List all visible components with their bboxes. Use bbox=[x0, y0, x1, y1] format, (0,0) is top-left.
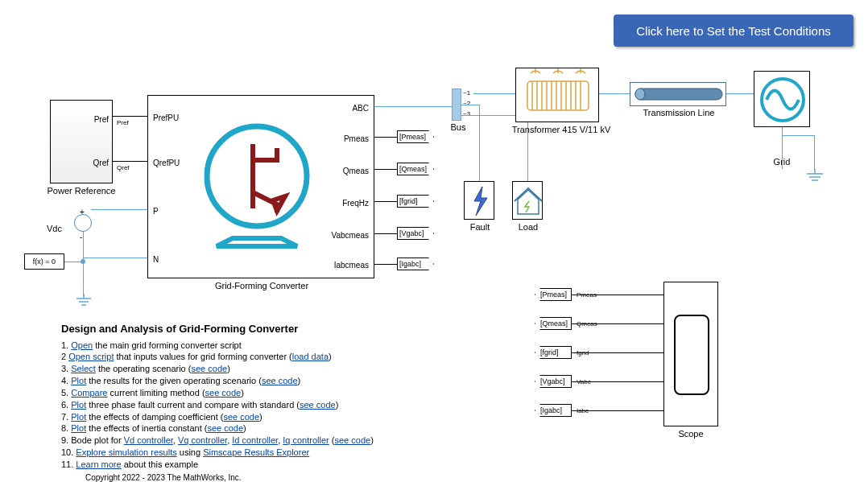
instruction-line-4: 4. Plot the results for the given operat… bbox=[61, 375, 480, 387]
wire bbox=[374, 169, 397, 170]
link-compare[interactable]: Compare bbox=[71, 388, 107, 398]
link-id[interactable]: Id controller bbox=[232, 435, 278, 445]
wire bbox=[374, 264, 397, 265]
goto-vgabc[interactable]: [Vgabc] bbox=[397, 227, 434, 240]
instruction-line-2: 2 Open script that inputs values for gri… bbox=[61, 351, 480, 363]
sine-icon bbox=[754, 72, 811, 128]
link-vd[interactable]: Vd controller bbox=[124, 435, 173, 445]
link-see-code-5[interactable]: see code bbox=[205, 388, 242, 398]
grid-forming-converter-block[interactable]: PrefPU QrefPU P N ABC Pmeas Qmeas FreqHz… bbox=[147, 95, 374, 278]
fault-block[interactable] bbox=[464, 181, 494, 220]
transformer-label: Transformer 415 V/11 kV bbox=[501, 125, 622, 134]
link-see-code-8[interactable]: see code bbox=[207, 423, 243, 433]
load-block[interactable] bbox=[512, 181, 543, 220]
set-test-conditions-banner[interactable]: Click here to Set the Test Conditions bbox=[614, 14, 854, 47]
goto-qmeas[interactable]: [Qmeas] bbox=[397, 163, 434, 175]
from-qmeas[interactable]: [Qmeas] bbox=[535, 317, 572, 330]
wire bbox=[572, 410, 663, 411]
link-iq[interactable]: Iq controller bbox=[283, 435, 329, 445]
from-vgabc[interactable]: [Vgabc] bbox=[535, 375, 572, 388]
fault-label: Fault bbox=[465, 222, 494, 232]
port-p: P bbox=[153, 207, 159, 216]
bus-port-3: ~3 bbox=[463, 110, 470, 117]
tline-label: Transmission Line bbox=[636, 108, 721, 117]
from-igabc[interactable]: [Igabc] bbox=[535, 404, 572, 417]
wire-blue bbox=[91, 209, 147, 210]
link-see-code-3[interactable]: see code bbox=[191, 364, 227, 373]
vdc-source-block[interactable] bbox=[74, 214, 92, 232]
wire bbox=[572, 381, 663, 382]
link-see-code-9[interactable]: see code bbox=[334, 435, 370, 445]
port-pref: Pref bbox=[94, 115, 109, 124]
instruction-line-9: 9. Bode plot for Vd controller, Vq contr… bbox=[61, 435, 480, 447]
instruction-line-3: 3. Select the operating scenario (see co… bbox=[61, 363, 480, 375]
ground-icon bbox=[75, 294, 93, 308]
scope-block[interactable] bbox=[663, 282, 718, 426]
instructions-title: Design and Analysis of Grid-Forming Conv… bbox=[61, 322, 480, 336]
port-freqhz: FreqHz bbox=[342, 199, 369, 208]
bus-port-2: ~2 bbox=[463, 100, 470, 107]
link-see-code-7[interactable]: see code bbox=[223, 412, 259, 422]
port-n: N bbox=[153, 255, 159, 264]
link-open[interactable]: Open bbox=[71, 340, 93, 350]
link-simscape-explorer[interactable]: Simscape Results Explorer bbox=[203, 447, 309, 457]
port-abc: ABC bbox=[352, 104, 369, 113]
wire-blue bbox=[782, 127, 783, 169]
transmission-line-block[interactable] bbox=[630, 82, 726, 106]
scope-screen bbox=[674, 315, 709, 395]
from-fgrid[interactable]: [fgrid] bbox=[535, 346, 572, 359]
svg-rect-17 bbox=[635, 89, 722, 100]
transformer-block[interactable] bbox=[515, 68, 599, 122]
lightning-icon bbox=[465, 182, 495, 220]
wire-blue bbox=[814, 135, 815, 170]
power-reference-block[interactable]: Pref Qref bbox=[50, 100, 113, 183]
link-plot-7[interactable]: Plot bbox=[71, 412, 86, 422]
wire-blue bbox=[83, 257, 147, 258]
link-see-code-6[interactable]: see code bbox=[300, 400, 336, 410]
port-pmeas: Pmeas bbox=[344, 134, 369, 143]
goto-igabc[interactable]: [Igabc] bbox=[397, 257, 434, 270]
instructions-panel: Design and Analysis of Grid-Forming Conv… bbox=[61, 322, 480, 482]
link-learn-more[interactable]: Learn more bbox=[76, 459, 121, 469]
port-vabcmeas: Vabcmeas bbox=[331, 231, 369, 240]
from-pmeas[interactable]: [Pmeas] bbox=[535, 288, 572, 301]
link-select[interactable]: Select bbox=[71, 364, 96, 373]
port-qref: Qref bbox=[93, 159, 109, 167]
link-plot-6[interactable]: Plot bbox=[71, 400, 86, 410]
link-see-code-4[interactable]: see code bbox=[262, 376, 298, 385]
transformer-icon bbox=[516, 68, 600, 123]
grid-block[interactable] bbox=[754, 71, 810, 127]
wire-blue bbox=[374, 106, 452, 107]
goto-fgrid[interactable]: [fgrid] bbox=[397, 195, 434, 208]
instruction-line-1: 1. Open the main grid forming converter … bbox=[61, 340, 480, 352]
copyright: Copyright 2022 - 2023 The MathWorks, Inc… bbox=[85, 472, 480, 482]
load-label: Load bbox=[514, 222, 543, 232]
wire bbox=[113, 116, 147, 117]
qref-wire-label: Qref bbox=[117, 164, 130, 171]
port-prefpu: PrefPU bbox=[153, 113, 179, 122]
vdc-label: Vdc bbox=[47, 224, 62, 233]
power-reference-label: Power Reference bbox=[40, 186, 122, 196]
pref-wire-label: Pref bbox=[117, 119, 129, 126]
wire bbox=[572, 323, 663, 324]
bus-block[interactable] bbox=[452, 89, 461, 121]
link-plot-8[interactable]: Plot bbox=[71, 423, 86, 433]
wire-blue bbox=[782, 135, 814, 136]
wire-blue bbox=[726, 93, 754, 94]
wire-blue bbox=[83, 232, 84, 296]
port-qrefpu: QrefPU bbox=[153, 159, 180, 167]
link-open-script[interactable]: Open script bbox=[68, 352, 114, 361]
goto-pmeas[interactable]: [Pmeas] bbox=[397, 130, 434, 143]
fx-solver-block[interactable]: f(x) = 0 bbox=[24, 253, 64, 270]
ground-icon bbox=[804, 169, 826, 183]
instruction-line-5: 5. Compare current limiting method (see … bbox=[61, 387, 480, 399]
instruction-line-10: 10. Explore simulation results using Sim… bbox=[61, 447, 480, 459]
cable-icon bbox=[630, 82, 725, 106]
link-explore[interactable]: Explore simulation results bbox=[76, 447, 176, 457]
link-plot-4[interactable]: Plot bbox=[71, 376, 86, 385]
converter-icon bbox=[196, 116, 317, 253]
banner-text: Click here to Set the Test Conditions bbox=[636, 24, 831, 38]
link-load-data[interactable]: load data bbox=[292, 352, 329, 361]
wire-blue bbox=[599, 93, 630, 94]
link-vq[interactable]: Vq controller bbox=[178, 435, 227, 445]
